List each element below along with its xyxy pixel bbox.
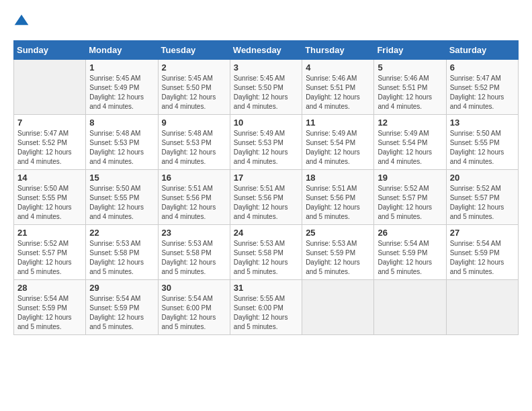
calendar-cell: 12Sunrise: 5:49 AMSunset: 5:54 PMDayligh… [374,115,446,170]
calendar-cell: 8Sunrise: 5:48 AMSunset: 5:53 PMDaylight… [86,115,158,170]
day-info: Sunrise: 5:48 AMSunset: 5:53 PMDaylight:… [89,129,154,167]
day-number: 27 [450,228,515,238]
day-of-week-header: Wednesday [230,41,302,60]
day-of-week-header: Tuesday [158,41,230,60]
day-number: 25 [306,228,370,238]
day-number: 31 [234,283,298,293]
calendar-cell: 14Sunrise: 5:50 AMSunset: 5:55 PMDayligh… [14,170,86,225]
day-number: 13 [450,118,515,128]
calendar-cell: 1Sunrise: 5:45 AMSunset: 5:49 PMDaylight… [86,60,158,115]
calendar-cell [374,280,446,335]
day-info: Sunrise: 5:52 AMSunset: 5:57 PMDaylight:… [378,184,442,222]
calendar-cell: 15Sunrise: 5:50 AMSunset: 5:55 PMDayligh… [86,170,158,225]
day-number: 12 [378,118,442,128]
day-info: Sunrise: 5:48 AMSunset: 5:53 PMDaylight:… [162,129,226,167]
day-number: 11 [306,118,370,128]
day-info: Sunrise: 5:47 AMSunset: 5:52 PMDaylight:… [450,74,515,111]
calendar-cell: 4Sunrise: 5:46 AMSunset: 5:51 PMDaylight… [302,60,374,115]
day-number: 15 [89,173,154,183]
day-number: 5 [378,62,442,73]
day-number: 19 [378,173,442,183]
calendar-cell: 2Sunrise: 5:45 AMSunset: 5:50 PMDaylight… [158,60,230,115]
day-info: Sunrise: 5:49 AMSunset: 5:53 PMDaylight:… [234,129,298,167]
calendar-week-row: 28Sunrise: 5:54 AMSunset: 5:59 PMDayligh… [14,280,519,335]
day-info: Sunrise: 5:53 AMSunset: 5:58 PMDaylight:… [234,239,298,277]
day-of-week-header: Monday [86,41,158,60]
day-number: 7 [17,118,82,128]
day-of-week-header: Sunday [14,41,86,60]
calendar-week-row: 7Sunrise: 5:47 AMSunset: 5:52 PMDaylight… [14,115,519,170]
logo [13,13,32,30]
calendar-cell: 22Sunrise: 5:53 AMSunset: 5:58 PMDayligh… [86,225,158,280]
calendar-cell: 17Sunrise: 5:51 AMSunset: 5:56 PMDayligh… [230,170,302,225]
calendar-cell [302,280,374,335]
svg-marker-0 [15,15,29,25]
day-info: Sunrise: 5:45 AMSunset: 5:50 PMDaylight:… [162,74,226,111]
day-info: Sunrise: 5:55 AMSunset: 6:00 PMDaylight:… [234,294,298,332]
day-number: 23 [162,228,226,238]
day-info: Sunrise: 5:49 AMSunset: 5:54 PMDaylight:… [378,129,442,167]
calendar-cell: 30Sunrise: 5:54 AMSunset: 6:00 PMDayligh… [158,280,230,335]
calendar-header-row: SundayMondayTuesdayWednesdayThursdayFrid… [14,41,519,60]
calendar-cell: 6Sunrise: 5:47 AMSunset: 5:52 PMDaylight… [446,60,518,115]
calendar-cell [446,280,518,335]
day-number: 3 [234,62,298,73]
calendar-cell: 13Sunrise: 5:50 AMSunset: 5:55 PMDayligh… [446,115,518,170]
day-number: 16 [162,173,226,183]
day-info: Sunrise: 5:47 AMSunset: 5:52 PMDaylight:… [17,129,82,167]
logo-icon [13,13,30,30]
day-number: 29 [89,283,154,293]
day-info: Sunrise: 5:54 AMSunset: 5:59 PMDaylight:… [378,239,442,277]
calendar-cell: 18Sunrise: 5:51 AMSunset: 5:56 PMDayligh… [302,170,374,225]
calendar-cell: 27Sunrise: 5:54 AMSunset: 5:59 PMDayligh… [446,225,518,280]
calendar-cell: 20Sunrise: 5:52 AMSunset: 5:57 PMDayligh… [446,170,518,225]
day-info: Sunrise: 5:50 AMSunset: 5:55 PMDaylight:… [17,184,82,222]
calendar-cell: 23Sunrise: 5:53 AMSunset: 5:58 PMDayligh… [158,225,230,280]
day-info: Sunrise: 5:45 AMSunset: 5:50 PMDaylight:… [234,74,298,111]
day-number: 14 [17,173,82,183]
day-info: Sunrise: 5:46 AMSunset: 5:51 PMDaylight:… [306,74,370,111]
calendar-cell: 31Sunrise: 5:55 AMSunset: 6:00 PMDayligh… [230,280,302,335]
calendar-cell: 16Sunrise: 5:51 AMSunset: 5:56 PMDayligh… [158,170,230,225]
day-number: 8 [89,118,154,128]
day-number: 9 [162,118,226,128]
calendar-week-row: 1Sunrise: 5:45 AMSunset: 5:49 PMDaylight… [14,60,519,115]
day-of-week-header: Friday [374,41,446,60]
day-info: Sunrise: 5:54 AMSunset: 5:59 PMDaylight:… [17,294,82,332]
day-number: 24 [234,228,298,238]
day-number: 1 [89,62,154,73]
calendar-cell: 10Sunrise: 5:49 AMSunset: 5:53 PMDayligh… [230,115,302,170]
day-info: Sunrise: 5:52 AMSunset: 5:57 PMDaylight:… [17,239,82,277]
day-number: 17 [234,173,298,183]
day-number: 26 [378,228,442,238]
calendar-cell: 28Sunrise: 5:54 AMSunset: 5:59 PMDayligh… [14,280,86,335]
day-info: Sunrise: 5:51 AMSunset: 5:56 PMDaylight:… [162,184,226,222]
day-number: 30 [162,283,226,293]
day-info: Sunrise: 5:49 AMSunset: 5:54 PMDaylight:… [306,129,370,167]
calendar-table: SundayMondayTuesdayWednesdayThursdayFrid… [13,40,519,335]
calendar-week-row: 21Sunrise: 5:52 AMSunset: 5:57 PMDayligh… [14,225,519,280]
day-info: Sunrise: 5:52 AMSunset: 5:57 PMDaylight:… [450,184,515,222]
day-info: Sunrise: 5:54 AMSunset: 5:59 PMDaylight:… [89,294,154,332]
day-info: Sunrise: 5:50 AMSunset: 5:55 PMDaylight:… [450,129,515,167]
day-number: 22 [89,228,154,238]
day-number: 4 [306,62,370,73]
day-of-week-header: Thursday [302,41,374,60]
calendar-cell: 11Sunrise: 5:49 AMSunset: 5:54 PMDayligh… [302,115,374,170]
day-of-week-header: Saturday [446,41,518,60]
calendar-cell: 21Sunrise: 5:52 AMSunset: 5:57 PMDayligh… [14,225,86,280]
calendar-cell: 25Sunrise: 5:53 AMSunset: 5:59 PMDayligh… [302,225,374,280]
day-info: Sunrise: 5:51 AMSunset: 5:56 PMDaylight:… [234,184,298,222]
day-number: 18 [306,173,370,183]
calendar-cell [14,60,86,115]
day-number: 6 [450,62,515,73]
calendar-cell: 3Sunrise: 5:45 AMSunset: 5:50 PMDaylight… [230,60,302,115]
page-header [13,13,519,30]
day-number: 2 [162,62,226,73]
day-info: Sunrise: 5:53 AMSunset: 5:58 PMDaylight:… [89,239,154,277]
day-number: 20 [450,173,515,183]
day-number: 10 [234,118,298,128]
calendar-cell: 29Sunrise: 5:54 AMSunset: 5:59 PMDayligh… [86,280,158,335]
day-info: Sunrise: 5:46 AMSunset: 5:51 PMDaylight:… [378,74,442,111]
day-info: Sunrise: 5:54 AMSunset: 5:59 PMDaylight:… [450,239,515,277]
